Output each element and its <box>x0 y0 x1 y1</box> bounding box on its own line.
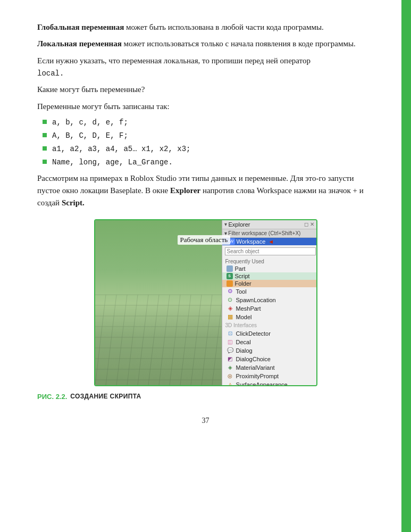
tree-item-surfaceappearance[interactable]: ◬ SurfaceAppearance <box>222 380 316 386</box>
item-label-spawn: SpawnLocation <box>236 297 276 303</box>
figure-inner: ▾ Explorer ◻ ✕ ▾ Filter workspace (Ctrl+… <box>95 220 316 385</box>
para6-explorer: Explorer <box>170 186 200 195</box>
paragraph-3: Если нужно указать, что переменная локал… <box>37 55 374 80</box>
item-label-script: Script <box>235 273 250 279</box>
bullet-text-3: a1, a2, a3, a4, a5… x1, x2, x3; <box>52 144 190 155</box>
tree-item-dialogchoice[interactable]: ◩ DialogChoice <box>222 355 316 363</box>
spawn-icon: ⊙ <box>227 296 234 304</box>
tree-item-model[interactable]: ▦ Model <box>222 313 316 321</box>
part-icon <box>227 265 233 272</box>
explorer-pin-icon[interactable]: ◻ <box>304 221 308 227</box>
code-local: local. <box>37 69 64 78</box>
item-label-part: Part <box>235 265 246 272</box>
workspace-arrow-indicator: ◄ <box>268 238 274 245</box>
bullet-icon <box>43 120 47 124</box>
item-label-dialog: Dialog <box>236 347 253 354</box>
item-label-materialvariant: MaterialVariant <box>236 364 275 371</box>
list-item: Name, long, age, La_Grange. <box>43 157 374 168</box>
script-icon: S <box>227 273 233 279</box>
paragraph-1: Глобальная переменная может быть использ… <box>37 21 374 34</box>
surface-icon: ◬ <box>227 381 234 386</box>
explorer-controls: ◻ ✕ <box>304 221 314 227</box>
bullet-icon <box>43 160 47 164</box>
bullet-text-1: a, b, c, d, e, f; <box>52 117 128 128</box>
tree-item-tool[interactable]: ⚙ Tool <box>222 287 316 296</box>
list-item: a, b, c, d, e, f; <box>43 117 374 128</box>
svg-line-19 <box>202 295 212 385</box>
workspace-icon: W <box>229 238 235 245</box>
item-label-tool: Tool <box>236 288 247 295</box>
filter-workspace-text: ▾ Filter workspace (Ctrl+Shift+X) <box>224 230 301 236</box>
tree-item-decal[interactable]: ◫ Decal <box>222 338 316 346</box>
svg-line-20 <box>212 295 222 385</box>
svg-line-9 <box>95 295 106 385</box>
paragraph-4: Какие могут быть переменные? <box>37 84 374 96</box>
tree-item-clickdetector[interactable]: ⊡ ClickDetector <box>222 329 316 338</box>
model-icon: ▦ <box>227 313 234 321</box>
tree-item-spawn[interactable]: ⊙ SpawnLocation <box>222 296 316 304</box>
list-item: a1, a2, a3, a4, a5… x1, x2, x3; <box>43 144 374 155</box>
item-label-dialogchoice: DialogChoice <box>236 356 271 362</box>
decal-icon: ◫ <box>227 338 234 346</box>
tree-item-meshpart[interactable]: ◈ MeshPart <box>222 304 316 313</box>
svg-line-11 <box>116 295 127 385</box>
explorer-panel: ▾ Explorer ◻ ✕ ▾ Filter workspace (Ctrl+… <box>222 220 316 385</box>
dialogchoice-icon: ◩ <box>227 355 234 363</box>
bullet-list: a, b, c, d, e, f; A, B, C, D, E, F; a1, … <box>43 117 374 168</box>
tool-icon: ⚙ <box>227 288 234 295</box>
paragraph-5: Переменные могут быть записаны так: <box>37 101 374 113</box>
tree-item-part[interactable]: Part <box>222 265 316 272</box>
page-number: 37 <box>37 417 374 425</box>
green-sidebar-bar <box>401 0 411 532</box>
svg-line-15 <box>159 295 170 385</box>
svg-line-13 <box>138 295 148 385</box>
mesh-icon: ◈ <box>227 305 234 312</box>
svg-line-14 <box>148 295 159 385</box>
material-icon: ◈ <box>227 364 234 371</box>
svg-line-17 <box>180 295 191 385</box>
workspace-label: Workspace <box>237 238 266 245</box>
explorer-close-icon[interactable]: ✕ <box>310 221 314 227</box>
paragraph-2: Локальная переменная может использоватьс… <box>37 38 374 50</box>
section-3d-label: 3D Interfaces <box>222 321 316 329</box>
frequently-used-header: Frequently Used <box>222 257 316 265</box>
tree-item-script[interactable]: S Script <box>222 272 316 280</box>
workspace-item[interactable]: ▸ W Workspace ◄ <box>222 238 316 245</box>
item-label-decal: Decal <box>236 339 251 345</box>
explorer-titlebar: ▾ Explorer ◻ ✕ <box>222 220 316 229</box>
proximity-icon: ◎ <box>227 372 234 380</box>
explorer-title-left: ▾ Explorer <box>224 221 250 228</box>
bullet-text-2: A, B, C, D, E, F; <box>52 130 128 142</box>
item-label-model: Model <box>236 314 252 320</box>
list-item: A, B, C, D, E, F; <box>43 130 374 142</box>
tree-item-dialog[interactable]: 💬 Dialog <box>222 346 316 355</box>
bold-local: Локальная переменная <box>37 39 122 48</box>
dialog-icon: 💬 <box>227 347 234 354</box>
para6-script: Script. <box>62 198 85 207</box>
viewport-3d <box>95 220 222 385</box>
tree-item-materialvariant[interactable]: ◈ MaterialVariant <box>222 363 316 372</box>
bullet-icon <box>43 146 47 151</box>
svg-line-16 <box>170 295 180 385</box>
svg-line-10 <box>106 295 116 385</box>
tree-item-folder[interactable]: Folder <box>222 280 316 287</box>
folder-icon <box>227 280 233 287</box>
figure-caption: РИС. 2.2. СОЗДАНИЕ СКРИПТА <box>37 393 374 401</box>
explorer-collapse-icon: ▾ <box>224 221 227 227</box>
svg-line-12 <box>127 295 138 385</box>
search-input[interactable] <box>225 247 316 255</box>
item-label-proximityprompt: ProximityPrompt <box>236 373 279 379</box>
caption-text: СОЗДАНИЕ СКРИПТА <box>70 393 141 400</box>
search-container <box>222 245 316 257</box>
figure-container: ▾ Explorer ◻ ✕ ▾ Filter workspace (Ctrl+… <box>94 219 317 386</box>
item-label-folder: Folder <box>235 280 251 287</box>
bullet-text-4: Name, long, age, La_Grange. <box>52 157 173 168</box>
caption-ris: РИС. 2.2. <box>37 393 67 401</box>
item-label-clickdetector: ClickDetector <box>236 330 271 337</box>
tree-item-proximityprompt[interactable]: ◎ ProximityPrompt <box>222 372 316 380</box>
para3-text: Если нужно указать, что переменная локал… <box>37 56 311 65</box>
viewport-grid-svg <box>95 220 222 385</box>
para2-rest: может использоваться только с начала поя… <box>122 39 356 48</box>
para1-rest: может быть использована в любой части ко… <box>124 23 323 31</box>
filter-workspace-bar[interactable]: ▾ Filter workspace (Ctrl+Shift+X) <box>222 229 316 238</box>
